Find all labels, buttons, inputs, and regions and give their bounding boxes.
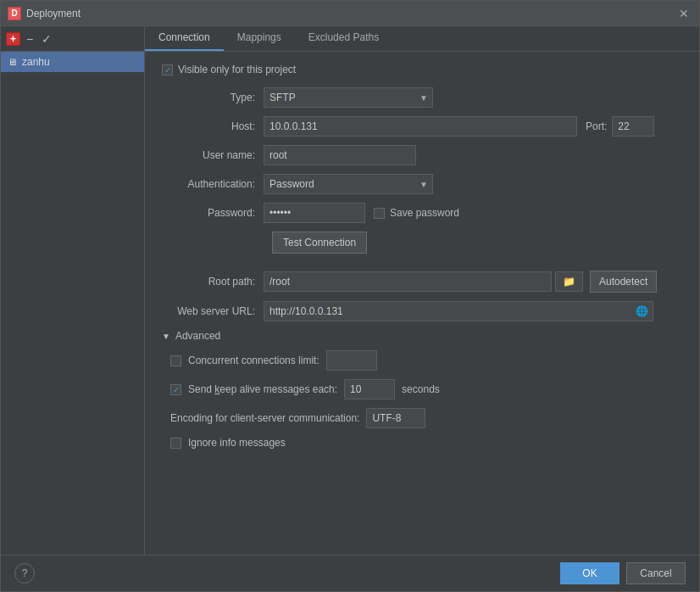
folder-icon: 📁: [563, 276, 575, 288]
advanced-content: Concurrent connections limit: Send keep …: [162, 350, 682, 449]
ok-button[interactable]: OK: [560, 562, 619, 584]
server-icon: 🖥: [8, 57, 17, 67]
root-path-label: Root path:: [162, 276, 264, 288]
auth-select[interactable]: Password Key pair: [264, 174, 433, 194]
tab-excluded-paths[interactable]: Excluded Paths: [295, 26, 392, 51]
host-row: Host: Port:: [162, 116, 682, 137]
save-password-checkbox[interactable]: [374, 208, 385, 219]
sidebar-toolbar: + − ✓: [1, 26, 144, 52]
ignore-row: Ignore info messages: [170, 437, 682, 449]
concurrent-row: Concurrent connections limit:: [170, 350, 682, 371]
save-password-row: Save password: [374, 207, 459, 219]
port-label: Port:: [586, 120, 607, 132]
close-button[interactable]: ✕: [675, 5, 692, 22]
tab-mappings[interactable]: Mappings: [224, 26, 295, 51]
title-bar-left: D Deployment: [8, 7, 81, 20]
tab-connection[interactable]: Connection: [145, 26, 224, 51]
ignore-label: Ignore info messages: [188, 437, 286, 449]
web-url-row: Web server URL: 🌐: [162, 301, 682, 321]
title-bar: D Deployment ✕: [1, 1, 699, 26]
form-area: Visible only for this project Type: SFTP…: [145, 52, 699, 555]
concurrent-checkbox[interactable]: [170, 355, 181, 366]
main-panel: Connection Mappings Excluded Paths Visib…: [145, 26, 699, 555]
encoding-label: Encoding for client-server communication…: [170, 412, 359, 424]
username-row: User name:: [162, 145, 682, 165]
deployment-dialog: D Deployment ✕ + − ✓ 🖥 zanhu Connection …: [0, 0, 700, 592]
app-icon: D: [8, 7, 21, 20]
collapse-icon: ▼: [162, 332, 170, 341]
sidebar: + − ✓ 🖥 zanhu: [1, 26, 145, 555]
host-input[interactable]: [264, 116, 577, 137]
add-server-button[interactable]: +: [6, 32, 20, 46]
visible-row: Visible only for this project: [162, 64, 682, 75]
keepalive-input[interactable]: [344, 379, 395, 399]
browse-button[interactable]: 📁: [555, 271, 583, 292]
remove-server-button[interactable]: −: [24, 32, 36, 46]
advanced-label: Advanced: [175, 330, 220, 342]
help-button[interactable]: ?: [14, 563, 35, 584]
server-item-zanhu[interactable]: 🖥 zanhu: [1, 52, 144, 72]
concurrent-label: Concurrent connections limit:: [188, 355, 319, 366]
content-area: + − ✓ 🖥 zanhu Connection Mappings Exclud…: [1, 26, 699, 555]
password-row: Password: Save password: [162, 203, 682, 223]
server-item-label: zanhu: [22, 56, 50, 68]
save-password-label: Save password: [390, 207, 459, 219]
auth-select-wrapper: Password Key pair ▼: [264, 174, 433, 194]
ignore-checkbox[interactable]: [170, 438, 181, 449]
encoding-input[interactable]: [366, 408, 425, 428]
port-input[interactable]: [612, 116, 654, 137]
auth-row: Authentication: Password Key pair ▼: [162, 174, 682, 194]
type-row: Type: SFTP FTP FTPS ▼: [162, 87, 682, 108]
root-path-input[interactable]: [264, 271, 552, 292]
web-url-label: Web server URL:: [162, 305, 264, 317]
auth-label: Authentication:: [162, 178, 264, 190]
encoding-row: Encoding for client-server communication…: [170, 408, 682, 428]
root-path-row: Root path: 📁 Autodetect: [162, 271, 682, 293]
host-label: Host:: [162, 120, 264, 132]
visible-checkbox[interactable]: [162, 64, 173, 75]
username-input[interactable]: [264, 145, 416, 165]
test-connection-button[interactable]: Test Connection: [272, 232, 367, 254]
autodetect-label: Autodetect: [599, 276, 647, 288]
keepalive-label: Send keep alive messages each:: [188, 383, 337, 395]
footer-buttons: OK Cancel: [560, 562, 686, 584]
test-connection-label: Test Connection: [283, 237, 356, 249]
type-select-wrapper: SFTP FTP FTPS ▼: [264, 87, 433, 108]
keepalive-checkbox[interactable]: [170, 384, 181, 395]
web-url-input[interactable]: [264, 301, 653, 321]
type-label: Type:: [162, 92, 264, 103]
visible-label: Visible only for this project: [178, 64, 296, 75]
footer: ? OK Cancel: [1, 555, 699, 591]
advanced-header[interactable]: ▼ Advanced: [162, 330, 682, 342]
cancel-button[interactable]: Cancel: [626, 562, 686, 584]
advanced-section: ▼ Advanced Concurrent connections limit:: [162, 330, 682, 449]
web-url-input-wrapper: 🌐: [264, 301, 653, 321]
confirm-button[interactable]: ✓: [39, 32, 54, 46]
concurrent-input[interactable]: [326, 350, 377, 371]
username-label: User name:: [162, 149, 264, 161]
keepalive-row: Send keep alive messages each: seconds: [170, 379, 682, 399]
type-select[interactable]: SFTP FTP FTPS: [264, 87, 433, 108]
autodetect-button[interactable]: Autodetect: [590, 271, 657, 293]
test-connection-row: Test Connection: [162, 232, 682, 262]
password-input[interactable]: [264, 203, 365, 223]
keepalive-unit: seconds: [402, 383, 440, 395]
password-label: Password:: [162, 207, 264, 219]
tabs-bar: Connection Mappings Excluded Paths: [145, 26, 699, 52]
dialog-title: Deployment: [26, 8, 81, 20]
